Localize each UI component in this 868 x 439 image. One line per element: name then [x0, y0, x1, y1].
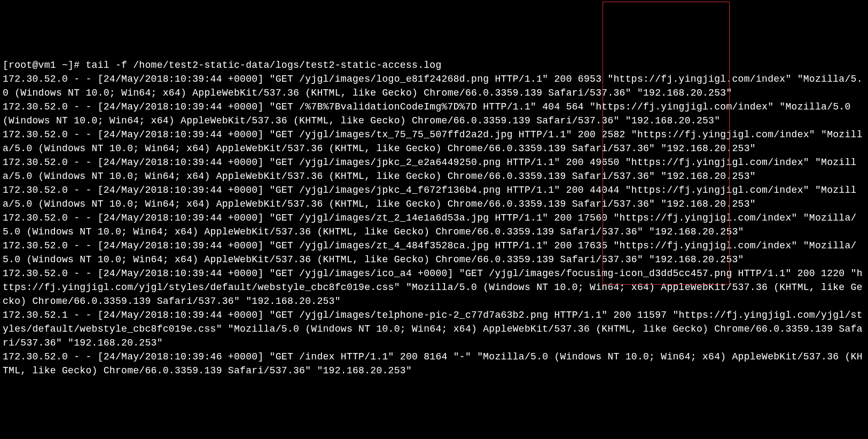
command-text: tail -f /home/test2-static-data/logs/tes… [85, 60, 441, 70]
log-line: 172.30.52.0 - - [24/May/2018:10:39:44 +0… [3, 157, 857, 182]
terminal-output[interactable]: [root@vm1 ~]# tail -f /home/test2-static… [3, 58, 865, 378]
log-line: 172.30.52.0 - - [24/May/2018:10:39:44 +0… [3, 185, 857, 209]
log-line: 172.30.52.1 - - [24/May/2018:10:39:44 +0… [3, 310, 863, 348]
log-line: 172.30.52.0 - - [24/May/2018:10:39:44 +0… [3, 101, 857, 126]
log-line: 172.30.52.0 - - [24/May/2018:10:39:44 +0… [3, 240, 857, 265]
log-line: 172.30.52.0 - - [24/May/2018:10:39:44 +0… [3, 268, 863, 307]
log-line: 172.30.52.0 - - [24/May/2018:10:39:44 +0… [3, 74, 863, 98]
log-line: 172.30.52.0 - - [24/May/2018:10:39:46 +0… [3, 351, 863, 376]
log-line: 172.30.52.0 - - [24/May/2018:10:39:44 +0… [3, 129, 863, 154]
log-line: 172.30.52.0 - - [24/May/2018:10:39:44 +0… [3, 213, 857, 237]
shell-prompt: [root@vm1 ~]# [3, 60, 85, 70]
